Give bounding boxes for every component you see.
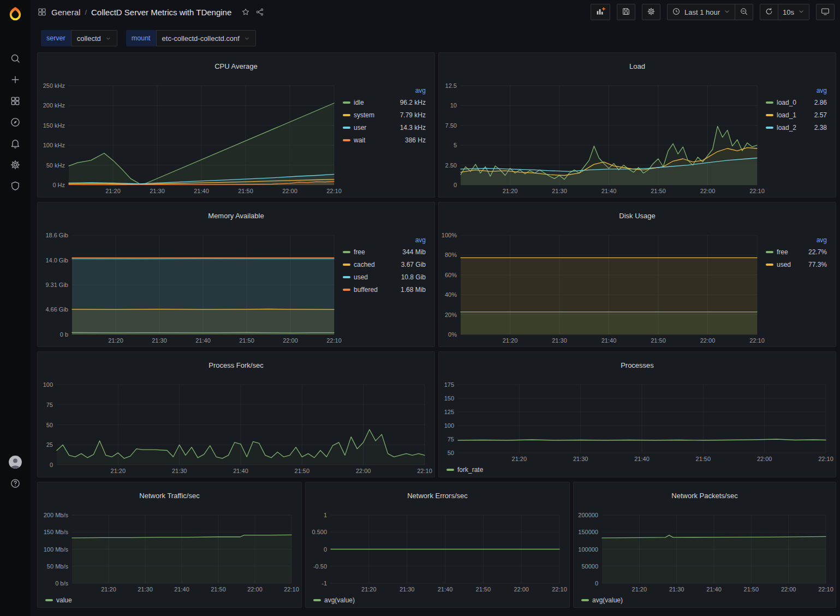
svg-text:0: 0 — [454, 182, 457, 188]
svg-text:50: 50 — [448, 450, 454, 456]
legend-series-label[interactable]: avg(value) — [592, 596, 623, 604]
time-range-picker[interactable]: Last 1 hour — [667, 4, 735, 20]
legend-series-label[interactable]: value — [56, 596, 72, 604]
legend-series-marker[interactable] — [766, 251, 773, 253]
legend-sort-avg[interactable]: avg — [766, 87, 827, 94]
add-panel-button[interactable] — [591, 4, 610, 20]
legend-sort-avg[interactable]: avg — [343, 87, 426, 94]
panel-title[interactable]: Process Fork/sec — [38, 358, 434, 373]
dashboard-title[interactable]: CollectD Server Metrics with TDengine — [91, 8, 231, 17]
legend-series-marker[interactable] — [343, 127, 350, 129]
legend-series-label[interactable]: avg(value) — [324, 596, 355, 604]
legend-series-label[interactable]: idle — [354, 99, 397, 106]
panel-title[interactable]: Load — [439, 59, 836, 74]
variable-server-value[interactable]: collectd — [71, 30, 117, 46]
dashboard-settings-button[interactable] — [642, 4, 660, 20]
chart-network-packets[interactable]: 05000010000015000020000021:2021:3021:402… — [576, 510, 833, 594]
chart-load[interactable]: 02.5057.501012.521:2021:3021:4021:5022:0… — [441, 80, 765, 196]
legend-series-marker[interactable] — [766, 264, 773, 266]
legend-series-label[interactable]: load_0 — [777, 99, 811, 106]
legend-series-marker[interactable] — [343, 264, 350, 266]
panel-title[interactable]: Network Packets/sec — [574, 488, 836, 504]
variable-mount-value[interactable]: etc-collectd-collectd.conf — [156, 30, 256, 46]
legend-series-value: 2.57 — [814, 111, 827, 119]
legend-series-marker[interactable] — [343, 276, 350, 278]
panel-title[interactable]: Network Errors/sec — [306, 488, 569, 504]
dashboards-icon[interactable] — [0, 93, 31, 109]
legend-sort-avg[interactable]: avg — [343, 236, 426, 244]
legend-series-label[interactable]: system — [354, 111, 397, 119]
legend-series-label[interactable]: load_1 — [777, 111, 811, 119]
cycle-view-button[interactable] — [816, 4, 835, 20]
chart-process-fork[interactable]: 025507510021:2021:3021:4021:5022:0022:10 — [40, 379, 432, 476]
legend-series-marker[interactable] — [766, 101, 773, 104]
legend-series-marker[interactable] — [45, 599, 53, 601]
legend-series-marker[interactable] — [343, 251, 350, 253]
legend-series-value: 1.68 Mib — [401, 286, 426, 294]
chart-disk-usage[interactable]: 0%20%40%60%80%100%21:2021:3021:4021:5022… — [441, 230, 765, 345]
add-icon[interactable] — [0, 71, 31, 88]
star-icon[interactable] — [241, 8, 250, 16]
zoom-out-button[interactable] — [735, 4, 753, 20]
legend-series-label[interactable]: free — [354, 248, 399, 256]
legend-series-marker[interactable] — [343, 289, 350, 291]
panel-title[interactable]: CPU Average — [38, 59, 434, 74]
panel-legend: avgidle96.2 kHzsystem7.79 kHzuser14.3 kH… — [342, 80, 432, 196]
breadcrumb-folder[interactable]: General — [51, 8, 80, 17]
legend-series-label[interactable]: buffered — [354, 286, 397, 294]
variables-bar: server collectd mount etc-collectd-colle… — [31, 24, 840, 52]
user-avatar[interactable] — [0, 454, 31, 470]
apps-grid-icon — [37, 7, 47, 17]
chart-cpu-average[interactable]: 0 Hz50 kHz100 kHz150 kHz200 kHz250 kHz21… — [40, 80, 342, 196]
svg-text:22:00: 22:00 — [356, 468, 371, 474]
chart-memory-available[interactable]: 0 b4.66 Gib9.31 Gib14.0 Gib18.6 Gib21:20… — [40, 230, 342, 345]
svg-text:150 kHz: 150 kHz — [43, 122, 65, 128]
chart-network-traffic[interactable]: 0 b/s50 Mb/s100 Mb/s150 Mb/s200 Mb/s21:2… — [40, 510, 299, 594]
svg-text:0 Hz: 0 Hz — [52, 182, 65, 188]
admin-shield-icon[interactable] — [0, 178, 31, 194]
svg-text:14.0 Gib: 14.0 Gib — [45, 256, 68, 263]
legend-series-label[interactable]: wait — [354, 136, 402, 144]
legend-series-label[interactable]: user — [354, 124, 397, 131]
legend-series-label[interactable]: load_2 — [777, 124, 811, 131]
legend-sort-avg[interactable]: avg — [766, 236, 827, 244]
legend-series-marker[interactable] — [766, 114, 773, 116]
legend-series-label[interactable]: used — [354, 273, 398, 281]
legend-series-marker[interactable] — [446, 469, 454, 471]
legend-series-marker[interactable] — [766, 127, 773, 129]
panel-title[interactable]: Processes — [439, 358, 836, 373]
panel-title[interactable]: Disk Usage — [439, 208, 836, 224]
legend-series-marker[interactable] — [581, 599, 589, 601]
legend-series-label[interactable]: fork_rate — [457, 466, 483, 474]
legend-item: value — [45, 596, 72, 604]
panel-title[interactable]: Memory Available — [38, 208, 434, 224]
variable-mount-label: mount — [126, 30, 156, 46]
chart-network-errors[interactable]: -1-0.5000.500121:2021:3021:4021:5022:002… — [308, 510, 567, 594]
legend-series-marker[interactable] — [343, 101, 350, 104]
legend-series-marker[interactable] — [343, 114, 350, 116]
save-dashboard-button[interactable] — [617, 4, 635, 20]
legend-series-label[interactable]: used — [777, 261, 805, 268]
clock-icon — [672, 7, 681, 17]
legend-series-marker[interactable] — [343, 139, 350, 141]
refresh-interval-dropdown[interactable]: 10s — [778, 4, 809, 20]
svg-text:22:10: 22:10 — [417, 468, 432, 474]
svg-text:50 kHz: 50 kHz — [46, 162, 65, 168]
panel-memory-available: Memory Available 0 b4.66 Gib9.31 Gib14.0… — [37, 202, 435, 347]
legend-series-marker[interactable] — [313, 599, 321, 601]
refresh-button[interactable] — [760, 4, 778, 20]
settings-gear-icon[interactable] — [0, 157, 31, 173]
grafana-logo[interactable] — [0, 4, 31, 23]
zoom-out-icon — [740, 7, 748, 17]
alerting-bell-icon[interactable] — [0, 135, 31, 152]
svg-text:22:10: 22:10 — [749, 337, 765, 344]
share-icon[interactable] — [255, 8, 264, 16]
help-icon[interactable] — [0, 475, 31, 492]
legend-series-label[interactable]: cached — [354, 261, 398, 268]
explore-compass-icon[interactable] — [0, 114, 31, 130]
chart-processes[interactable]: 507510012515017521:2021:3021:4021:5022:0… — [441, 379, 833, 464]
svg-text:100000: 100000 — [578, 546, 598, 552]
search-icon[interactable] — [0, 50, 31, 67]
legend-series-label[interactable]: free — [777, 248, 805, 256]
panel-title[interactable]: Network Traffic/sec — [38, 488, 301, 504]
